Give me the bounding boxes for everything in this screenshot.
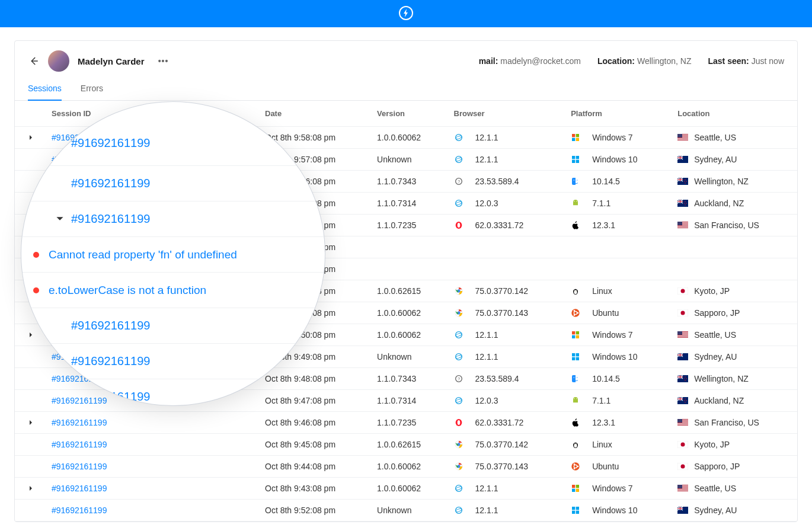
svg-point-60 (576, 290, 577, 290)
flag-jp-icon (677, 287, 688, 295)
expand-toggle-icon[interactable] (28, 418, 34, 424)
win7-icon (571, 330, 580, 340)
tab-sessions[interactable]: Sessions (28, 84, 62, 100)
error-dot-icon (33, 252, 39, 258)
tab-errors[interactable]: Errors (81, 84, 103, 100)
svg-point-68 (574, 310, 576, 312)
svg-point-32 (685, 183, 686, 184)
svg-text:?: ? (458, 377, 460, 381)
svg-point-111 (686, 400, 687, 401)
cell-browser: 12.0.3 (475, 199, 498, 208)
svg-point-102 (686, 378, 687, 379)
svg-point-98 (574, 377, 574, 378)
svg-rect-11 (677, 138, 688, 139)
cell-version: 1.1.0.7343 (370, 171, 446, 193)
cell-browser: 23.53.589.4 (475, 374, 519, 383)
flag-jp-icon (677, 309, 688, 316)
session-id-link[interactable]: #91692161199 (52, 418, 107, 427)
zoom-session-link[interactable]: #91692161199 (71, 136, 150, 150)
session-id-link[interactable]: #91692161199 (52, 440, 107, 449)
chrome-icon (454, 440, 463, 449)
session-id-link[interactable]: #91692161199 (52, 462, 107, 471)
cell-version: 1.1.0.7343 (370, 368, 446, 390)
zoom-error-text[interactable]: Cannot read property 'fn' of undefined (49, 248, 237, 261)
expand-toggle-icon[interactable] (28, 133, 34, 139)
zoom-error-text[interactable]: e.toLowerCase is not a function (49, 284, 206, 297)
svg-point-27 (574, 180, 574, 180)
svg-point-41 (685, 204, 686, 206)
cell-version: Unknown (370, 346, 446, 368)
zoom-session-link[interactable]: #91692161199 (71, 212, 150, 226)
cell-location: Seattle, US (694, 330, 736, 340)
lastseen-label: Last seen: (708, 56, 749, 66)
svg-rect-88 (572, 353, 575, 356)
expand-toggle-icon[interactable] (56, 212, 64, 226)
col-browser: Browser (447, 101, 564, 127)
session-id-link[interactable]: #91692161199 (52, 484, 107, 493)
unknown-icon: ? (454, 177, 463, 186)
cell-version: 1.0.0.62615 (370, 280, 446, 302)
expand-toggle-icon[interactable] (28, 330, 34, 336)
user-avatar[interactable] (48, 50, 69, 72)
flag-us-icon (677, 134, 688, 141)
cell-date: Oct 8th 9:52:08 pm (258, 500, 370, 522)
cell-date: Oct 8th 9:46:08 pm (258, 412, 370, 434)
ubuntu-icon (571, 308, 580, 318)
more-menu-button[interactable]: ••• (154, 54, 173, 68)
cell-platform: Ubuntu (592, 308, 619, 318)
chrome-icon (454, 308, 463, 318)
ie-icon (454, 506, 463, 515)
zoom-session-link[interactable]: #91692161199 (71, 319, 150, 332)
cell-browser: 75.0.3770.142 (475, 440, 529, 449)
cell-location: Sydney, AU (694, 506, 737, 515)
svg-point-56 (574, 290, 577, 295)
svg-point-62 (681, 289, 685, 293)
col-platform: Platform (564, 101, 670, 127)
expand-toggle-icon[interactable] (28, 484, 34, 490)
lastseen-value: Just now (752, 56, 784, 66)
cell-platform: 12.3.1 (592, 418, 615, 427)
user-meta: mail:madelyn@rocket.com Location:Welling… (479, 56, 784, 66)
android-icon (571, 199, 580, 208)
cell-date: Oct 8th 9:48:08 pm (258, 368, 370, 390)
svg-point-133 (681, 443, 685, 447)
back-button[interactable] (28, 55, 40, 67)
win10-icon (571, 352, 580, 362)
cell-version: 1.0.0.60062 (370, 302, 446, 324)
ie-icon (454, 155, 463, 164)
svg-point-130 (574, 443, 575, 444)
cell-date: Oct 8th 9:45:08 pm (258, 434, 370, 456)
cell-location: Seattle, US (694, 484, 736, 493)
svg-point-33 (684, 181, 685, 182)
win7-icon (571, 133, 580, 142)
ie-icon (454, 133, 463, 142)
svg-point-36 (574, 201, 574, 201)
svg-rect-51 (677, 228, 688, 229)
svg-rect-17 (572, 156, 575, 159)
flag-au-icon (677, 507, 688, 514)
session-id-link[interactable]: #91692161199 (52, 396, 107, 405)
cell-version: 1.0.0.60062 (370, 324, 446, 346)
top-bar (0, 0, 812, 27)
svg-point-142 (681, 465, 685, 469)
svg-point-37 (576, 201, 577, 201)
cell-location: San Franciso, US (694, 220, 759, 230)
zoom-session-link[interactable]: #91692161199 (71, 177, 150, 190)
svg-rect-160 (576, 507, 579, 510)
svg-rect-3 (572, 134, 575, 137)
cell-date: Oct 8th 9:43:08 pm (258, 478, 370, 500)
ie-icon (454, 396, 463, 405)
cell-platform: 7.1.1 (592, 396, 610, 405)
session-id-link[interactable]: #91692161199 (52, 506, 107, 515)
svg-point-108 (576, 398, 577, 399)
svg-rect-12 (677, 139, 688, 140)
flag-jp-icon (677, 441, 688, 448)
cell-platform: Windows 7 (592, 133, 632, 142)
svg-rect-89 (576, 353, 579, 356)
mail-label: mail: (479, 56, 498, 66)
linux-icon (571, 286, 580, 296)
svg-rect-155 (677, 491, 688, 492)
cell-date: Oct 8th 9:44:08 pm (258, 456, 370, 478)
cell-platform: Windows 7 (592, 484, 632, 493)
zoom-session-link[interactable]: #91692161199 (71, 354, 150, 368)
